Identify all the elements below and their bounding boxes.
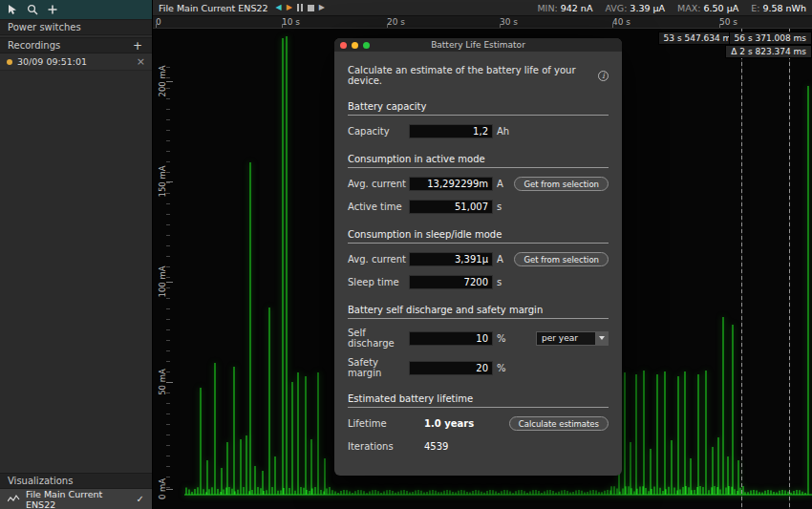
- y-minor-tick: [166, 235, 170, 236]
- window-controls: [340, 42, 370, 49]
- y-minor-tick: [166, 435, 170, 435]
- pan-left-icon[interactable]: ◀: [276, 4, 282, 11]
- section-sleep-mode: Consumption in sleep/idle mode: [348, 229, 609, 244]
- cursor-label-2: 56 s 371.008 ms: [729, 32, 812, 45]
- safety-margin-row: Safety margin %: [348, 357, 609, 378]
- chart-stats: MIN:942 nA AVG:3.39 μA MAX:6.50 μA E:9.5…: [537, 3, 806, 13]
- power-switches-header[interactable]: Power switches: [0, 19, 152, 35]
- active-avg-current-unit: A: [497, 179, 503, 189]
- pan-right-icon[interactable]: ▶: [287, 4, 292, 11]
- y-minor-tick: [166, 414, 170, 414]
- chart-title: File Main Current ENS22: [159, 3, 268, 13]
- time-tick-label: 20 s: [387, 17, 405, 27]
- active-get-from-selection-button[interactable]: Get from selection: [514, 177, 609, 191]
- power-switches-label: Power switches: [8, 22, 81, 32]
- waveform-chart-icon: [8, 494, 20, 505]
- chart-topbar: File Main Current ENS22 ◀ ▶ ▶ MIN:942 nA…: [153, 0, 812, 16]
- lifetime-value: 1.0 years: [424, 418, 474, 429]
- discharge-period-value: per year: [542, 333, 578, 343]
- discharge-period-select[interactable]: per year: [536, 331, 609, 346]
- iterations-value: 4539: [424, 441, 448, 452]
- active-avg-current-row: Avg. current A Get from selection: [348, 177, 609, 191]
- sleep-avg-current-label: Avg. current: [348, 254, 409, 265]
- y-major-tick: [166, 282, 173, 283]
- time-tick-label: 30 s: [500, 17, 518, 27]
- add-recording-button[interactable]: +: [131, 39, 144, 53]
- dialog-body: Calculate an estimate of the battery lif…: [334, 52, 622, 476]
- lifetime-label: Lifetime: [348, 418, 424, 429]
- visualization-list-item[interactable]: File Main Current ENS22 ✓: [0, 489, 152, 509]
- active-time-row: Active time s: [348, 200, 609, 214]
- time-tick-label: 40 s: [612, 17, 630, 27]
- select-tool-icon[interactable]: [4, 2, 21, 17]
- y-minor-tick: [166, 466, 170, 467]
- active-avg-current-input[interactable]: [409, 177, 493, 191]
- y-minor-tick: [166, 203, 170, 204]
- cursor-delta-label: Δ 2 s 823.374 ms: [725, 45, 812, 58]
- y-axis: 200 mA150 mA100 mA50 mA0 mA: [153, 29, 176, 509]
- y-minor-tick: [166, 424, 170, 425]
- time-ruler[interactable]: 010 s20 s30 s40 s50 s: [153, 16, 812, 29]
- sleep-time-input[interactable]: [409, 275, 493, 289]
- dialog-titlebar[interactable]: Battery Life Estimator: [334, 38, 622, 52]
- section-lifetime: Estimated battery lifetime: [348, 393, 609, 408]
- capacity-input[interactable]: [409, 124, 493, 138]
- maximize-window-icon[interactable]: [363, 42, 370, 49]
- sleep-get-from-selection-button[interactable]: Get from selection: [514, 252, 609, 266]
- self-discharge-input[interactable]: [409, 331, 493, 346]
- y-minor-tick: [166, 445, 170, 446]
- y-major-tick: [166, 382, 173, 383]
- safety-margin-unit: %: [497, 363, 506, 373]
- stat-energy: E:9.58 nWh: [751, 3, 806, 13]
- visible-check-icon[interactable]: ✓: [137, 494, 144, 504]
- recordings-label: Recordings: [8, 40, 60, 51]
- minimize-window-icon[interactable]: [352, 42, 358, 49]
- safety-margin-input[interactable]: [409, 361, 493, 375]
- y-minor-tick: [166, 151, 170, 152]
- info-icon[interactable]: i: [598, 71, 609, 81]
- safety-margin-label: Safety margin: [348, 357, 409, 378]
- self-discharge-label: Self discharge: [348, 328, 409, 349]
- dialog-title: Battery Life Estimator: [334, 40, 622, 50]
- y-minor-tick: [166, 350, 170, 351]
- cursor-line-2[interactable]: [789, 29, 790, 509]
- time-tick-mark: [387, 24, 388, 28]
- recording-dot-icon: [7, 59, 12, 65]
- active-time-unit: s: [497, 201, 502, 212]
- play-icon[interactable]: ▶: [319, 4, 325, 11]
- add-tool-icon[interactable]: [44, 2, 61, 17]
- pause-icon[interactable]: [297, 4, 303, 11]
- y-minor-tick: [166, 130, 170, 131]
- y-minor-tick: [166, 224, 170, 225]
- remove-recording-button[interactable]: ×: [137, 55, 145, 68]
- time-tick-mark: [156, 24, 157, 28]
- stat-avg: AVG:3.39 μA: [605, 3, 665, 13]
- section-discharge: Battery self discharge and safety margin: [348, 305, 609, 319]
- zoom-tool-icon[interactable]: [24, 2, 41, 17]
- y-minor-tick: [166, 109, 170, 110]
- calculate-estimates-button[interactable]: Calculate estimates: [509, 416, 609, 431]
- stop-icon[interactable]: [308, 5, 314, 11]
- cursor-line-1[interactable]: [741, 29, 742, 509]
- time-tick-mark: [500, 24, 501, 28]
- dialog-description-row: Calculate an estimate of the battery lif…: [348, 65, 609, 86]
- sidebar-spacer: [0, 71, 152, 473]
- recording-list-item[interactable]: 30/09 09:51:01 ×: [0, 53, 152, 71]
- y-minor-tick: [166, 340, 170, 341]
- visualization-label: File Main Current ENS22: [26, 489, 131, 509]
- sleep-avg-current-unit: A: [497, 254, 503, 265]
- active-time-input[interactable]: [409, 200, 493, 214]
- y-major-tick: [166, 489, 173, 490]
- close-window-icon[interactable]: [340, 42, 347, 49]
- y-minor-tick: [166, 403, 170, 404]
- time-tick-label: 10 s: [282, 17, 300, 27]
- section-battery-capacity: Battery capacity: [348, 101, 609, 116]
- capacity-row: Capacity Ah: [348, 124, 609, 138]
- battery-life-estimator-dialog: Battery Life Estimator Calculate an esti…: [334, 38, 622, 476]
- recordings-header: Recordings +: [0, 37, 152, 53]
- y-major-tick: [166, 181, 173, 182]
- sleep-avg-current-input[interactable]: [409, 252, 493, 266]
- y-major-tick: [166, 81, 173, 82]
- time-tick-label: 50 s: [719, 17, 737, 27]
- lifetime-row: Lifetime 1.0 years Calculate estimates: [348, 416, 609, 431]
